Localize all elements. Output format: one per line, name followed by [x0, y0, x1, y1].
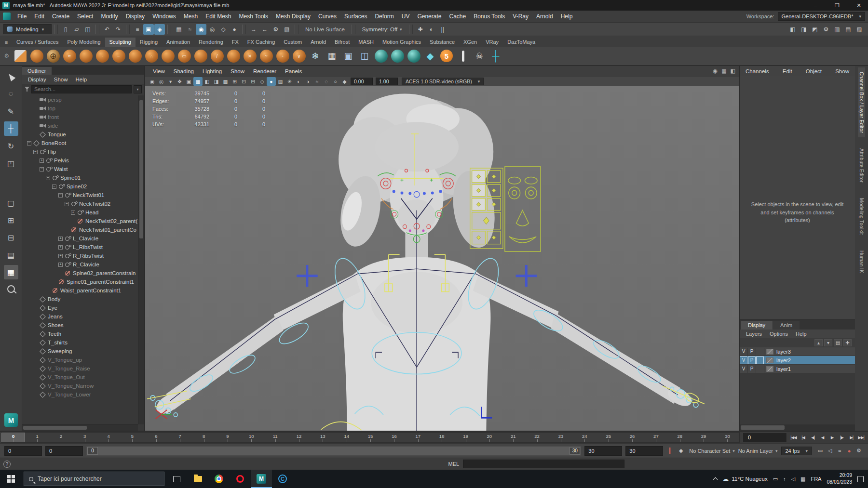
time-tick[interactable]: 2	[49, 433, 73, 442]
workspace-dropdown[interactable]: General-DESKTOP-C96IEDB* ▾	[778, 12, 866, 21]
outliner-item[interactable]: Jeans	[22, 312, 137, 321]
time-tick[interactable]: 10	[240, 433, 263, 442]
weather-widget[interactable]: ☁ 11°C Nuageux	[722, 475, 768, 483]
expand-toggle-icon[interactable]	[58, 254, 63, 258]
time-slider-track[interactable]: 0123456789101112131415161718192021222324…	[1, 432, 740, 443]
substance-tool-icon[interactable]: 5	[438, 48, 455, 64]
shelf-tab[interactable]: Sculpting	[105, 38, 136, 47]
maximize-button[interactable]: ❐	[828, 0, 846, 11]
bulge-tool-icon[interactable]: ◦	[274, 48, 291, 64]
shelf-tab[interactable]: FX	[228, 38, 243, 47]
camera-attributes-icon[interactable]: ▾	[166, 77, 175, 86]
rotate-tool[interactable]: ↻	[4, 139, 18, 153]
new-scene-icon[interactable]: ▯	[60, 24, 71, 35]
channel-box-menu-item[interactable]: Show	[835, 68, 849, 74]
help-icon[interactable]: ?	[3, 461, 11, 468]
snap-point-icon[interactable]: ◉	[196, 24, 206, 35]
snap-curve-icon[interactable]: ≈	[185, 24, 195, 35]
outliner-menu-item[interactable]: Show	[51, 76, 71, 83]
sculpt-knife-tool-icon[interactable]	[12, 48, 28, 64]
joint-tool-icon[interactable]	[455, 48, 471, 64]
character-set-dropdown[interactable]: No Character Set ▾	[689, 448, 735, 454]
expand-toggle-icon[interactable]	[58, 263, 63, 267]
taskbar-clock[interactable]: 20:09 08/01/2023	[827, 472, 852, 485]
outliner-item[interactable]: Spine01	[22, 173, 137, 182]
panel-menu-item[interactable]: Lighting	[198, 67, 226, 75]
layer-editor-tab[interactable]: Display	[741, 321, 773, 330]
time-tick[interactable]: 23	[549, 433, 572, 442]
toolbar-separator[interactable]	[242, 25, 246, 34]
time-tick[interactable]: 14	[335, 433, 358, 442]
outliner-item[interactable]: V_Tongue_up	[22, 356, 137, 364]
pause-evaluation-icon[interactable]: ||	[437, 24, 448, 35]
viewport-3d-canvas[interactable]: Verts: 39745 0 0 Edges: 74957 0 0 Faces:…	[145, 86, 739, 431]
expand-toggle-icon[interactable]	[46, 176, 50, 180]
layer-editor-tab[interactable]: Anim	[773, 321, 800, 330]
select-tool[interactable]	[4, 69, 18, 84]
menu-item[interactable]: Surfaces	[340, 12, 371, 21]
quad-draw-tool-icon[interactable]	[373, 48, 389, 64]
menu-set-selector[interactable]: Modeling ▾	[3, 24, 52, 34]
layer-editor-scrollbar[interactable]	[740, 424, 855, 431]
opera-button[interactable]	[230, 470, 251, 488]
start-button[interactable]	[0, 470, 22, 488]
expand-toggle-icon[interactable]	[58, 245, 63, 250]
time-tick[interactable]: 16	[382, 433, 406, 442]
fill-tool-icon[interactable]	[225, 48, 242, 64]
outliner-item[interactable]: Teeth	[22, 330, 137, 338]
smooth-tool-icon[interactable]: ⊕	[45, 48, 61, 64]
time-tick[interactable]: 15	[358, 433, 382, 442]
outliner-horizontal-scrollbar[interactable]	[22, 424, 138, 431]
fps-dropdown[interactable]: 24 fps ▾	[781, 447, 813, 455]
snap-grid-icon[interactable]: ▦	[174, 24, 184, 35]
outliner-item[interactable]: Waist_parentConstraint1	[22, 286, 137, 295]
grid-toggle-icon[interactable]: ▦	[193, 77, 203, 86]
menu-item[interactable]: Create	[48, 12, 73, 21]
menu-item[interactable]: Modify	[97, 12, 122, 21]
edit-pivot-tool[interactable]: ▤	[4, 248, 18, 262]
layer-color-swatch[interactable]	[766, 349, 773, 355]
expand-toggle-icon[interactable]	[33, 150, 38, 154]
play-forwards-button[interactable]: ▶	[827, 433, 837, 442]
scrollbar-thumb[interactable]	[23, 426, 87, 430]
spray-tool-icon[interactable]: ∴	[143, 48, 160, 64]
outliner-item[interactable]: V_Tongue_Raise	[22, 364, 137, 373]
outliner-item[interactable]: R_Clavicle	[22, 260, 137, 269]
animation-end-field[interactable]	[625, 446, 663, 456]
language-indicator[interactable]: FRA	[811, 476, 821, 482]
shelf-tab[interactable]: FX Caching	[243, 38, 279, 47]
move-layer-up-icon[interactable]: ▴	[814, 339, 823, 346]
panel-grid-icon[interactable]: ▦	[721, 68, 726, 74]
time-tick[interactable]: 24	[573, 433, 597, 442]
outliner-item[interactable]: Spine01_parentConstraint1	[22, 277, 137, 286]
time-tick[interactable]: 27	[644, 433, 668, 442]
menu-item[interactable]: V-Ray	[509, 12, 532, 21]
image-plane-icon[interactable]: ▣	[184, 77, 193, 86]
time-tick[interactable]: 12	[287, 433, 311, 442]
mel-command-input[interactable]	[463, 460, 624, 468]
network-tray-icon[interactable]: ▦	[800, 476, 805, 482]
shelf-tab[interactable]: DazToMaya	[503, 38, 540, 47]
range-slider[interactable]: 0 30	[86, 446, 581, 456]
layer-display-type-toggle[interactable]	[756, 365, 764, 373]
taskbar-search[interactable]	[24, 472, 164, 486]
construction-history-icon[interactable]: ⚙	[271, 24, 281, 35]
view-transform-dropdown[interactable]: ACES 1.0 SDR-video (sRGB) ▾	[402, 78, 484, 85]
menu-item[interactable]: Windows	[149, 12, 180, 21]
sculpt-tool-icon[interactable]	[28, 48, 45, 64]
open-scene-icon[interactable]: ▱	[71, 24, 82, 35]
expand-toggle-icon[interactable]	[71, 211, 75, 215]
time-tick[interactable]: 29	[692, 433, 715, 442]
c-app-button[interactable]: C	[272, 470, 293, 488]
mel-toggle[interactable]: MEL	[448, 461, 460, 467]
expand-toggle-icon[interactable]	[40, 158, 44, 163]
outliner-vertical-scrollbar[interactable]	[138, 95, 144, 424]
time-tick[interactable]: 17	[406, 433, 430, 442]
scrollbar-thumb[interactable]	[741, 425, 785, 430]
xray-icon[interactable]: ◌	[322, 77, 331, 86]
time-tick[interactable]: 8	[192, 433, 216, 442]
time-tick[interactable]: 20	[477, 433, 501, 442]
imprint-tool-icon[interactable]: ▭	[176, 48, 192, 64]
render-current-frame-icon[interactable]: ◨	[799, 24, 809, 35]
time-tick[interactable]: 6	[144, 433, 168, 442]
